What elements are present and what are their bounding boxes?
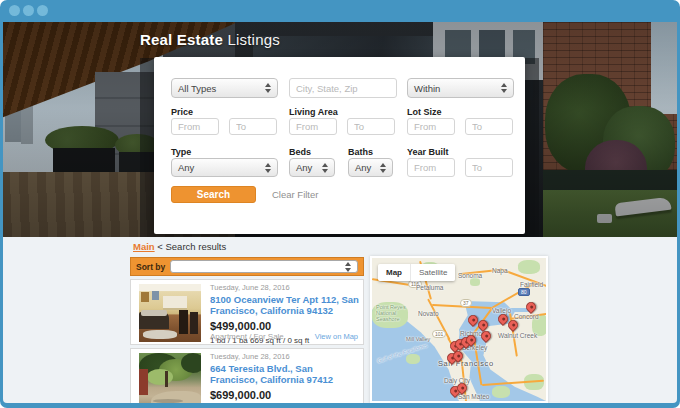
window-dot-1[interactable] [9,5,20,16]
map-park [492,386,510,398]
lot-size-label: Lot Size [407,107,442,117]
route-badge: 80 [518,288,530,296]
breadcrumb: Main < Search results [133,241,226,252]
sort-by-select[interactable] [170,260,358,273]
year-built-label: Year Built [407,147,449,157]
map-label: San Francisco [438,359,494,368]
map-label: Concord [514,313,539,320]
sort-bar: Sort by [130,257,364,276]
map-panel: 116 37 80 101 Sonoma Napa Fairfield Peta… [370,256,548,403]
map-type-control: Map Satellite [378,264,455,281]
within-value: Within [414,83,440,94]
select-arrows-icon [379,163,386,173]
lot-size-to-input[interactable] [465,118,513,135]
map-label: Napa [492,267,508,274]
listing-date: Tuesday, June 28, 2016 [210,283,360,292]
price-from-input[interactable] [171,118,219,135]
price-label: Price [171,107,193,117]
within-select[interactable]: Within [407,78,514,98]
map-button[interactable]: Map [378,264,410,281]
map-park [470,278,480,286]
listing-photo [139,353,201,403]
baths-value: Any [355,162,371,173]
location-input[interactable] [289,78,397,98]
clear-filter-link[interactable]: Clear Filter [272,189,318,200]
map-label: Walnut Creek [498,332,537,339]
listing-address-link[interactable]: 664 Teresita Blvd., San Francisco, Calif… [210,363,360,385]
price-to-input[interactable] [229,118,277,135]
route-badge: 37 [460,299,472,307]
map-park [518,260,540,274]
search-filter-card: All Types Within Price Living Area Lot S… [154,57,525,234]
window-dot-2[interactable] [23,5,34,16]
property-type-select[interactable]: All Types [171,78,278,98]
living-area-label: Living Area [289,107,338,117]
map-label: Novato [418,310,439,317]
map-label: Sonoma [458,272,482,279]
select-arrows-icon [264,163,271,173]
map-label: Point Reyes National Seashore [376,304,412,322]
type-value: Any [178,162,194,173]
select-arrows-icon [500,83,507,93]
view-on-map-link[interactable]: View on Map [315,332,358,341]
photo-art [190,312,198,334]
year-built-to-input[interactable] [465,158,513,177]
select-arrows-icon [321,163,328,173]
beds-label: Beds [289,147,311,157]
beds-value: Any [296,162,312,173]
breadcrumb-separator: < [157,241,163,252]
photo-art [141,310,167,316]
page-title-bold: Real Estate [140,31,223,48]
map-label: Daly City [444,377,470,384]
photo-art [139,369,148,395]
window-titlebar [0,0,680,22]
browser-window: Real Estate Listings All Types Within Pr… [0,0,680,408]
type-select[interactable]: Any [171,158,278,177]
listing-category: Apartment / For Sale [210,332,284,341]
breadcrumb-current: Search results [165,241,226,252]
photo-art [147,369,173,385]
lot-size-from-input[interactable] [407,118,455,135]
select-arrows-icon [344,262,351,272]
listing-address-link[interactable]: 8100 Oceanview Ter Apt 112, San Francisc… [210,294,360,316]
sort-by-label: Sort by [136,262,165,272]
map-label: Petaluma [416,284,443,291]
satellite-button[interactable]: Satellite [410,264,455,281]
photo-art [143,330,177,339]
listing-date: Tuesday, June 28, 2016 [210,352,360,361]
listing-price: $499,000.00 [210,320,360,332]
page-title: Real Estate Listings [140,31,280,48]
listing-photo [139,284,201,342]
photo-art [165,371,168,387]
map-canvas[interactable]: 116 37 80 101 Sonoma Napa Fairfield Peta… [372,258,546,401]
living-area-from-input[interactable] [289,118,337,135]
map-label: Fairfield [520,281,543,288]
type-label: Type [171,147,191,157]
listing-card[interactable]: Tuesday, June 28, 2016 664 Teresita Blvd… [130,348,364,403]
page-content: Real Estate Listings All Types Within Pr… [3,22,677,403]
photo-art [181,353,201,373]
baths-label: Baths [348,147,373,157]
window-dot-3[interactable] [37,5,48,16]
listings-panel: Sort by Tuesd [130,257,364,403]
listing-price: $699,000.00 [210,389,360,401]
listing-card[interactable]: Tuesday, June 28, 2016 8100 Oceanview Te… [130,279,364,345]
search-button[interactable]: Search [171,186,256,203]
select-arrows-icon [264,83,271,93]
page-title-light: Listings [227,31,279,48]
photo-art [179,310,188,334]
beds-select[interactable]: Any [289,158,335,177]
living-area-to-input[interactable] [347,118,395,135]
photo-art [152,291,159,300]
map-park [406,354,420,364]
breadcrumb-main-link[interactable]: Main [133,241,155,252]
photo-art [141,292,149,302]
year-built-from-input[interactable] [407,158,455,177]
baths-select[interactable]: Any [348,158,393,177]
hero-photo: Real Estate Listings All Types Within Pr… [3,22,677,237]
property-type-value: All Types [178,83,216,94]
photo-art [163,296,187,310]
route-badge: 101 [432,330,446,338]
photo-art [153,399,183,403]
